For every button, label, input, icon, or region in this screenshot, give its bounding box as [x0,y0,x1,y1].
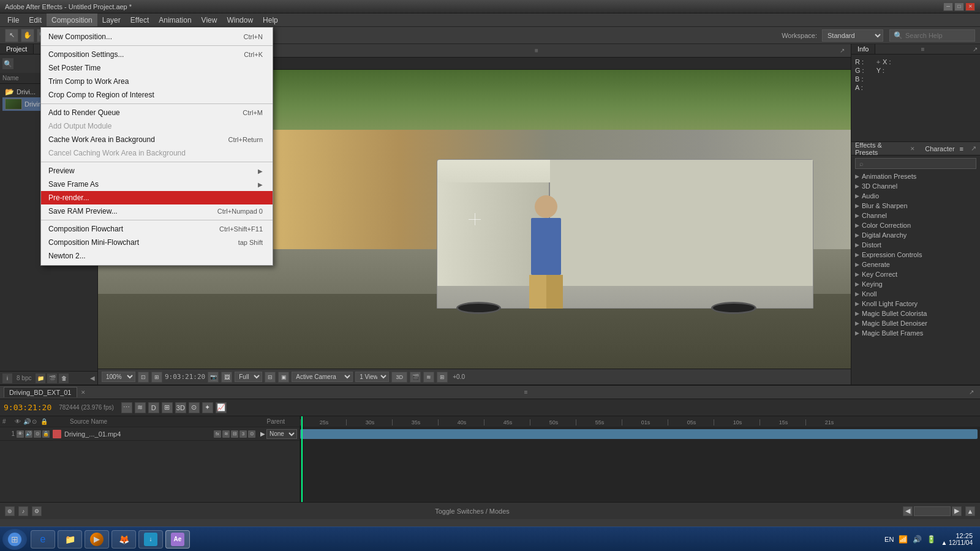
character-tab[interactable]: Character [925,145,954,152]
effect-category-blur-sharpen[interactable]: ▶ Blur & Sharpen [851,201,980,211]
menu-save-frame-as[interactable]: Save Frame As ▶ [41,178,273,191]
parent-select-0[interactable]: None [266,429,297,439]
menu-cache-work-area[interactable]: Cache Work Area in Background Ctrl+Retur… [41,133,273,146]
lock-btn-0[interactable]: 🔒 [42,430,50,438]
search-project-icon[interactable]: 🔍 [2,58,13,69]
layer-adjust-btn[interactable]: ⊟ [231,430,238,438]
effect-category-magic-bullet-colorista[interactable]: ▶ Magic Bullet Colorista [851,309,980,318]
workspace-select[interactable]: Standard Minimal All Panels [822,29,883,42]
menu-new-composition[interactable]: New Composition... Ctrl+N [41,30,273,43]
menu-layer[interactable]: Layer [97,13,126,26]
effects-presets-tab[interactable]: Effects & Presets [855,142,905,156]
snapshot-icon[interactable]: 📷 [208,372,219,383]
effect-category-channel[interactable]: ▶ Channel [851,211,980,220]
effect-category-magic-bullet-frames[interactable]: ▶ Magic Bullet Frames [851,328,980,338]
search-input[interactable] [905,32,971,39]
menu-edit[interactable]: Edit [24,13,47,26]
delete-btn[interactable]: 🗑 [59,373,69,383]
taskbar-ie[interactable]: e [31,530,55,549]
timeline-draft-btn[interactable]: D [148,402,159,413]
tl-waveform[interactable]: ♪ [18,506,28,516]
effect-category-3d-channel[interactable]: ▶ 3D Channel [851,181,980,191]
motion-blur-icon[interactable]: ≋ [423,372,434,383]
effect-category-magic-bullet-denoiser[interactable]: ▶ Magic Bullet Denoiser [851,318,980,328]
menu-view[interactable]: View [197,13,222,26]
effect-category-audio[interactable]: ▶ Audio [851,191,980,201]
taskbar-media-player[interactable]: ▶ [85,530,109,549]
menu-composition-flowchart[interactable]: Composition Flowchart Ctrl+Shift+F11 [41,222,273,236]
tl-prev-frame[interactable]: ⊚ [5,506,15,516]
effect-category-keying[interactable]: ▶ Keying [851,279,980,289]
tab-info[interactable]: Info [851,44,875,54]
comp-viewer-expand-icon[interactable]: ↗ [837,46,847,56]
layer-motion-btn[interactable]: ≋ [222,430,230,438]
timeline-close[interactable]: ✕ [81,389,86,395]
effect-category-distort[interactable]: ▶ Distort [851,240,980,250]
solo-btn-0[interactable]: ⊙ [34,430,41,438]
region-icon[interactable]: ⊟ [265,372,276,383]
timeline-panel-menu[interactable]: ≡ [521,388,531,397]
effects-panel-menu[interactable]: ≡ [960,145,963,152]
menu-trim-comp[interactable]: Trim Comp to Work Area [41,75,273,88]
eye-btn-0[interactable]: 👁 [17,430,24,438]
tl-scroll-left[interactable]: ◀ [903,506,913,516]
layer-parent-btn[interactable]: ⊙ [248,430,255,438]
menu-effect[interactable]: Effect [126,13,154,26]
timeline-frame-blend-btn[interactable]: ⊞ [162,402,173,413]
menu-crop-comp[interactable]: Crop Comp to Region of Interest [41,88,273,102]
menu-composition-settings[interactable]: Composition Settings... Ctrl+K [41,48,273,61]
layer-3d-btn[interactable]: 3 [239,430,247,438]
info-panel-expand[interactable]: ↗ [970,44,980,54]
tl-expand-up[interactable]: ▲ [965,506,975,516]
camera-select[interactable]: Active Camera Camera 1 [292,372,353,382]
toolbar-hand-tool[interactable]: ✋ [21,29,34,42]
taskbar-explorer[interactable]: 📁 [58,530,82,549]
timeline-solo-btn[interactable]: ⊙ [189,402,200,413]
3d-view-icons[interactable]: 3D [391,372,407,383]
effect-category-key-correct[interactable]: ▶ Key Correct [851,269,980,279]
effects-search-input[interactable] [855,158,976,169]
menu-animation[interactable]: Animation [154,13,196,26]
tl-scrollbar[interactable] [914,506,951,516]
menu-save-ram-preview[interactable]: Save RAM Preview... Ctrl+Numpad 0 [41,204,273,218]
interpret-footage-btn[interactable]: i [2,373,12,383]
new-folder-btn[interactable]: 📁 [36,373,45,383]
menu-file[interactable]: File [2,13,24,26]
grid-icon[interactable]: ⊞ [151,372,162,383]
tl-scroll-right[interactable]: ▶ [952,506,962,516]
frame-blending-icon[interactable]: ⊞ [437,372,448,383]
timeline-comp-markers[interactable]: ⋯ [121,402,132,413]
effect-category-color-correction[interactable]: ▶ Color Correction [851,220,980,230]
menu-composition-mini-flowchart[interactable]: Composition Mini-Flowchart tap Shift [41,236,273,249]
info-panel-menu[interactable]: ≡ [918,44,928,54]
tl-settings[interactable]: ⚙ [32,506,42,516]
views-select[interactable]: 1 View 2 Views 4 Views [355,372,389,382]
transparency-icon[interactable]: ▣ [278,372,289,383]
menu-pre-render[interactable]: Pre-render... [41,191,273,204]
timeline-3d-btn[interactable]: 3D [175,402,186,413]
start-button[interactable]: ⊞ [2,529,27,550]
menu-help[interactable]: Help [258,13,283,26]
timeline-collapse-btn[interactable]: ✦ [202,402,213,413]
effect-category-knoll-light-factory[interactable]: ▶ Knoll Light Factory [851,299,980,309]
comp-viewer-menu-icon[interactable]: ≡ [532,46,541,56]
taskbar-download[interactable]: ↓ [138,530,163,549]
menu-window[interactable]: Window [222,13,258,26]
layer-fx-btn[interactable]: fx [214,430,221,438]
close-button[interactable]: ✕ [965,2,975,11]
tab-project[interactable]: Project [0,44,34,54]
expand-btn[interactable]: ◀ [90,375,95,381]
timeline-tab[interactable]: Driving_BD_EXT_01 [4,387,77,397]
timeline-expand[interactable]: ↗ [967,388,976,397]
timeline-playhead[interactable] [301,416,303,502]
audio-btn-0[interactable]: 🔊 [25,430,32,438]
render-icon[interactable]: 🎬 [410,372,421,383]
effect-category-knoll[interactable]: ▶ Knoll [851,289,980,299]
track-bar-0[interactable] [300,429,978,439]
menu-composition[interactable]: Composition [47,13,97,26]
menu-set-poster-time[interactable]: Set Poster Time [41,61,273,75]
effect-category-animation-presets[interactable]: ▶ Animation Presets [851,171,980,181]
maximize-button[interactable]: □ [954,2,964,11]
taskbar-after-effects[interactable]: Ae [165,530,190,549]
zoom-select[interactable]: 100% 50% 200% [102,372,135,382]
